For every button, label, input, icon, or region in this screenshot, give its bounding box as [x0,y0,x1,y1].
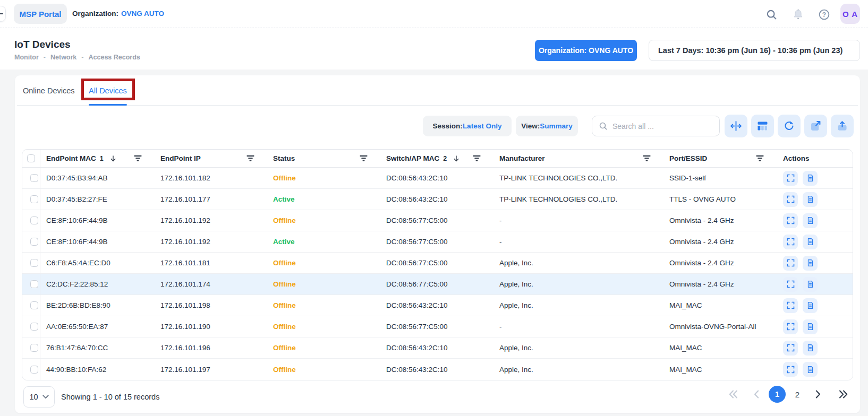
details-button[interactable] [803,341,818,356]
cell-switch-ap-mac: DC:08:56:43:2C:10 [380,337,493,358]
filter-icon[interactable] [473,155,481,162]
expand-row-button[interactable] [783,319,798,334]
details-button[interactable] [803,298,818,313]
cell-actions [777,359,853,380]
details-button[interactable] [803,171,818,186]
cell-actions [777,168,853,188]
column-label[interactable]: Switch/AP MAC [386,154,439,162]
table-row[interactable]: AA:0E:65:50:EA:87 172.16.101.190 Offline… [22,316,853,337]
table-row[interactable]: C2:DC:F2:22:85:12 172.16.101.174 Offline… [22,274,853,295]
organization-link[interactable]: OVNG AUTO [121,10,164,18]
expand-row-button[interactable] [783,298,798,313]
search-all-input[interactable] [612,122,714,131]
search-icon[interactable] [765,8,778,21]
filter-icon[interactable] [134,155,142,162]
expand-row-button[interactable] [783,213,798,228]
user-avatar[interactable]: O A [840,4,860,24]
records-summary: Showing 1 - 10 of 15 records [61,386,159,408]
table-row[interactable]: 76:B1:47:6A:70:CC 172.16.101.196 Offline… [22,337,853,359]
fullscreen-icon [786,280,795,289]
expand-row-button[interactable] [783,171,798,186]
row-checkbox[interactable] [30,238,38,246]
cell-status: Offline [267,253,380,273]
expand-row-button[interactable] [783,277,798,292]
expand-row-button[interactable] [783,192,798,207]
bell-icon[interactable] [792,8,804,21]
details-button[interactable] [803,213,818,228]
cell-port-essid: MAI_MAC [663,295,777,316]
pagination-page-1[interactable]: 1 [769,386,786,403]
pagination-page-2[interactable]: 2 [789,386,805,403]
column-label[interactable]: Manufacturer [499,154,545,162]
details-button[interactable] [803,319,818,334]
cell-endpoint-ip: 172.16.101.192 [155,231,267,252]
row-checkbox[interactable] [30,280,38,288]
table-row[interactable]: 44:90:BB:10:FA:62 172.16.101.197 Offline… [22,359,853,380]
page-size-select[interactable]: 10 [23,386,55,408]
expand-row-button[interactable] [783,341,798,356]
expand-row-button[interactable] [783,362,798,377]
sidebar-toggle-button[interactable] [0,6,6,22]
help-icon[interactable]: ? [818,8,830,21]
row-checkbox[interactable] [30,195,38,203]
date-range-picker[interactable]: Last 7 Days: 10:36 pm (Jun 16) - 10:36 p… [649,40,860,61]
column-label[interactable]: EndPoint IP [160,154,201,162]
pagination-first-button[interactable] [727,386,739,403]
row-checkbox[interactable] [30,323,38,331]
filter-icon[interactable] [246,155,254,162]
row-checkbox[interactable] [30,366,38,374]
open-in-new-icon [810,120,822,132]
table-row[interactable]: CE:8F:10:6F:44:9B 172.16.101.192 Offline… [22,210,853,231]
details-button[interactable] [803,362,818,377]
columns-button[interactable] [751,115,774,137]
pagination-last-button[interactable] [837,386,849,403]
row-checkbox[interactable] [30,259,38,267]
column-label[interactable]: EndPoint MAC [46,154,96,162]
details-button[interactable] [803,235,818,249]
row-checkbox[interactable] [30,174,38,182]
pagination-prev-button[interactable] [752,386,761,403]
open-in-new-button[interactable] [804,115,827,137]
session-filter[interactable]: Session:Latest Only [423,116,512,136]
table-row[interactable]: D0:37:45:B3:94:AB 172.16.101.182 Offline… [22,168,853,189]
fullscreen-icon [786,216,795,225]
row-checkbox-cell [22,295,40,316]
column-resize-icon [730,120,742,132]
cell-manufacturer: Apple, Inc. [493,295,663,316]
row-checkbox[interactable] [30,216,38,224]
organization-label: Organization: [72,10,118,18]
breadcrumb-network[interactable]: Network [50,54,76,61]
breadcrumb-monitor[interactable]: Monitor [14,54,39,61]
column-label[interactable]: Status [273,154,295,162]
refresh-button[interactable] [778,115,801,137]
expand-row-button[interactable] [783,235,798,249]
view-filter[interactable]: View:Summary [516,116,578,136]
table-row[interactable]: CE:8F:10:6F:44:9B 172.16.101.192 Active … [22,231,853,253]
table-row[interactable]: C6:F8:A5:4A:EC:D0 172.16.101.181 Offline… [22,253,853,274]
sort-desc-arrow-icon[interactable] [453,155,460,162]
table-row[interactable]: BE:2D:6B:BD:E8:90 172.16.101.198 Offline… [22,295,853,316]
select-all-checkbox[interactable] [27,154,35,162]
filter-icon[interactable] [756,155,764,162]
expand-row-button[interactable] [783,256,798,271]
column-resize-button[interactable] [725,115,747,137]
pagination-next-button[interactable] [814,386,822,403]
row-checkbox[interactable] [30,344,38,352]
details-button[interactable] [803,192,818,207]
breadcrumb-access-records[interactable]: Access Records [89,54,140,61]
cell-manufacturer: Apple, Inc. [493,337,663,358]
tab-online-devices[interactable]: Online Devices [23,83,75,99]
column-label[interactable]: Port/ESSID [669,154,707,162]
organization-filter-button[interactable]: Organization: OVNG AUTO [535,40,637,61]
sort-desc-arrow-icon[interactable] [109,155,117,162]
table-row[interactable]: D0:37:45:B2:27:FE 172.16.101.177 Active … [22,189,853,210]
row-checkbox[interactable] [30,301,38,309]
details-button[interactable] [803,256,818,271]
cell-actions [777,274,853,294]
upload-button[interactable] [831,115,854,137]
cell-status: Offline [267,316,380,337]
details-button[interactable] [803,277,818,292]
filter-icon[interactable] [643,155,651,162]
filter-icon[interactable] [360,155,368,162]
msp-portal-brand[interactable]: MSP Portal [14,4,67,24]
